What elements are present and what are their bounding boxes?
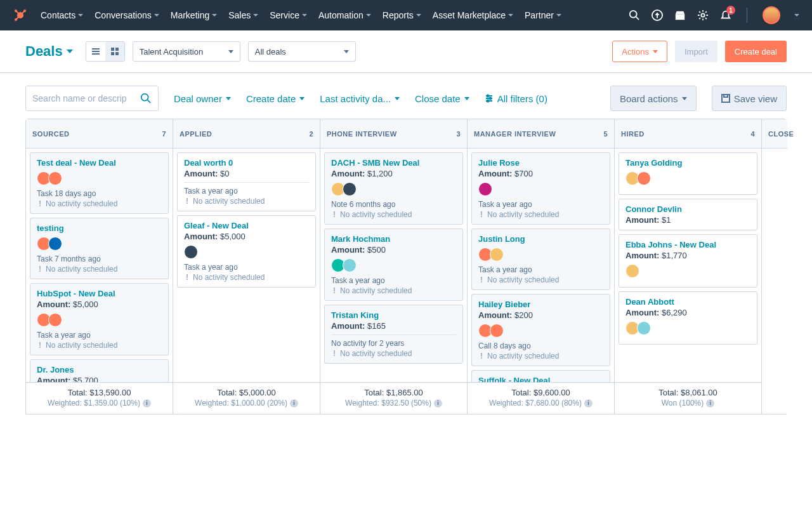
filter-create-date[interactable]: Create date — [246, 93, 304, 104]
filter-last-activity[interactable]: Last activity da... — [320, 93, 400, 104]
deal-name[interactable]: Suffolk - New Deal — [478, 376, 603, 382]
lane-count: 3 — [456, 130, 461, 138]
deal-card[interactable]: Justin LongTask a year agoNo activity sc… — [471, 228, 610, 290]
lane-header: SOURCED7 — [26, 119, 173, 149]
lane-body[interactable]: Julie RoseAmount: $700Task a year agoNo … — [468, 149, 614, 382]
svg-rect-17 — [111, 52, 114, 55]
nav-automation[interactable]: Automation — [318, 10, 371, 20]
lane-body[interactable] — [762, 149, 787, 382]
info-icon[interactable]: i — [584, 399, 593, 407]
save-view-button[interactable]: Save view — [712, 86, 787, 111]
settings-icon[interactable] — [697, 10, 709, 21]
filter-close-date[interactable]: Close date — [415, 93, 469, 104]
deal-card[interactable]: Dean AbbottAmount: $6,290 — [619, 291, 757, 345]
deal-name[interactable]: Justin Long — [478, 234, 603, 244]
deal-name[interactable]: testing — [37, 223, 162, 233]
create-deal-button[interactable]: Create deal — [725, 41, 787, 62]
list-view-toggle[interactable] — [86, 42, 105, 61]
nav-contacts[interactable]: Contacts — [41, 10, 83, 20]
record-chip[interactable] — [490, 248, 504, 261]
record-chip[interactable] — [48, 171, 62, 185]
deal-name[interactable]: Julie Rose — [478, 158, 603, 168]
upgrade-icon[interactable] — [652, 10, 663, 21]
hubspot-logo-icon[interactable] — [13, 8, 28, 23]
nav-sales[interactable]: Sales — [228, 10, 258, 20]
record-chip[interactable] — [478, 182, 492, 196]
deal-name[interactable]: Dean Abbott — [625, 297, 750, 307]
pipeline-select[interactable]: Talent Acquisition — [133, 41, 240, 62]
deal-name[interactable]: Tristan King — [331, 310, 456, 320]
deal-card[interactable]: Hailey BieberAmount: $200Call 8 days ago… — [471, 294, 610, 366]
deal-card[interactable]: Gleaf - New DealAmount: $5,000Task a yea… — [177, 215, 316, 288]
lane-total: Total: $1,865.00 — [323, 388, 464, 397]
lane-body[interactable]: DACH - SMB New DealAmount: $1,200Note 6 … — [320, 149, 467, 382]
nav-asset-marketplace[interactable]: Asset Marketplace — [433, 10, 513, 20]
nav-reports[interactable]: Reports — [383, 10, 421, 20]
import-button[interactable]: Import — [675, 41, 717, 62]
nav-marketing[interactable]: Marketing — [171, 10, 217, 20]
deal-card[interactable]: Dr. JonesAmount: $5,700 — [30, 359, 169, 382]
deal-card[interactable]: Tristan KingAmount: $165No activity for … — [324, 305, 463, 364]
record-chip[interactable] — [490, 324, 504, 338]
record-chip[interactable] — [343, 258, 357, 272]
info-icon[interactable]: i — [434, 399, 442, 407]
record-chip[interactable] — [184, 245, 198, 259]
marketplace-icon[interactable] — [674, 10, 686, 21]
info-icon[interactable]: i — [143, 399, 151, 407]
info-icon[interactable]: i — [706, 399, 714, 407]
info-icon[interactable]: i — [290, 399, 298, 407]
deal-name[interactable]: Ebba Johns - New Deal — [625, 240, 750, 249]
search-input[interactable] — [32, 93, 135, 103]
deal-card[interactable]: HubSpot - New DealAmount: $5,000Task a y… — [30, 283, 169, 355]
deal-card[interactable]: Ebba Johns - New DealAmount: $1,770 — [619, 234, 757, 288]
nav-conversations[interactable]: Conversations — [95, 10, 159, 20]
record-chip[interactable] — [637, 171, 651, 185]
deal-name[interactable]: Tanya Golding — [625, 158, 750, 168]
svg-rect-28 — [724, 95, 728, 97]
user-avatar[interactable] — [763, 6, 780, 24]
deal-name[interactable]: Test deal - New Deal — [37, 158, 162, 168]
filter-all-filters[interactable]: All filters (0) — [485, 93, 547, 104]
svg-line-5 — [22, 11, 24, 14]
deal-card[interactable]: Test deal - New DealTask 18 days agoNo a… — [30, 152, 169, 214]
board-actions-button[interactable]: Board actions — [610, 86, 697, 111]
lane-body[interactable]: Test deal - New DealTask 18 days agoNo a… — [26, 149, 173, 382]
deal-card[interactable]: Tanya Golding — [619, 152, 757, 195]
deal-card[interactable]: Mark HochmanAmount: $500Task a year agoN… — [324, 228, 463, 301]
deal-name[interactable]: Mark Hochman — [331, 234, 456, 244]
record-chip[interactable] — [48, 313, 62, 327]
deal-name[interactable]: Hailey Bieber — [478, 300, 603, 309]
deal-card[interactable]: Deal worth 0Amount: $0Task a year agoNo … — [177, 152, 316, 211]
page-title-dropdown[interactable]: Deals — [25, 43, 73, 60]
deal-name[interactable]: Dr. Jones — [37, 365, 162, 374]
board-view-toggle[interactable] — [105, 42, 124, 61]
lane: SOURCED7Test deal - New DealTask 18 days… — [26, 119, 173, 414]
lane: HIRED4Tanya GoldingConnor DevlinAmount: … — [615, 119, 762, 414]
last-activity: Task a year ago — [184, 187, 309, 195]
deal-card[interactable]: DACH - SMB New DealAmount: $1,200Note 6 … — [324, 152, 463, 225]
chevron-down-icon[interactable] — [794, 14, 799, 17]
record-chip[interactable] — [343, 182, 357, 196]
saved-view-select[interactable]: All deals — [248, 41, 356, 62]
notifications-icon[interactable]: 1 — [720, 10, 731, 21]
search-box[interactable] — [25, 86, 159, 111]
lane-body[interactable]: Deal worth 0Amount: $0Task a year agoNo … — [173, 149, 320, 382]
record-chip[interactable] — [48, 237, 62, 251]
deal-card[interactable]: Connor DevlinAmount: $1 — [619, 199, 757, 230]
deal-name[interactable]: HubSpot - New Deal — [37, 289, 162, 298]
nav-partner[interactable]: Partner — [525, 10, 561, 20]
record-chip[interactable] — [625, 264, 639, 278]
deal-name[interactable]: Deal worth 0 — [184, 158, 309, 168]
lane-body[interactable]: Tanya GoldingConnor DevlinAmount: $1Ebba… — [615, 149, 761, 382]
deal-card[interactable]: Suffolk - New Deal — [471, 370, 610, 382]
deal-name[interactable]: Gleaf - New Deal — [184, 221, 309, 230]
nav-service[interactable]: Service — [270, 10, 307, 20]
actions-button[interactable]: Actions — [612, 41, 667, 62]
search-icon[interactable] — [629, 10, 640, 21]
deal-card[interactable]: testingTask 7 months agoNo activity sche… — [30, 218, 169, 279]
record-chip[interactable] — [637, 321, 651, 335]
deal-name[interactable]: DACH - SMB New Deal — [331, 158, 456, 168]
deal-card[interactable]: Julie RoseAmount: $700Task a year agoNo … — [471, 152, 610, 225]
deal-name[interactable]: Connor Devlin — [625, 204, 750, 214]
filter-deal-owner[interactable]: Deal owner — [174, 93, 231, 104]
